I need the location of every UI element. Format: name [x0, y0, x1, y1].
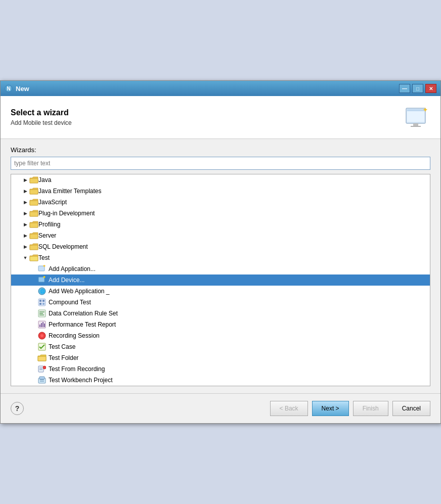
icon-data-correlation — [37, 309, 47, 317]
expand-icon-test: ▼ — [21, 254, 29, 262]
tree-label-profiling: Profiling — [38, 221, 60, 228]
tree-label-test-workbench: Test Workbench Project — [49, 377, 113, 384]
svg-rect-10 — [30, 201, 38, 205]
folder-icon-test — [29, 254, 38, 261]
svg-text:🌐: 🌐 — [40, 289, 45, 294]
svg-rect-15 — [30, 256, 38, 261]
svg-rect-32 — [39, 325, 40, 327]
svg-rect-6 — [411, 126, 421, 127]
expand-icon-server: ▶ — [21, 232, 29, 240]
tree-label-recording-session: Recording Session — [49, 332, 100, 339]
tree-item-compound-test[interactable]: ▶ Compound Test — [11, 297, 430, 308]
svg-rect-33 — [41, 323, 42, 327]
cancel-button[interactable]: Cancel — [392, 401, 430, 416]
svg-rect-25 — [39, 303, 41, 305]
svg-rect-23 — [39, 300, 41, 302]
icon-test-from-recording — [37, 365, 47, 373]
tree-label-test-case: Test Case — [49, 343, 75, 350]
tree-item-server[interactable]: ▶ Server — [11, 230, 430, 241]
help-button[interactable]: ? — [11, 402, 24, 415]
tree-label-javascript: JavaScript — [38, 199, 67, 206]
dialog-title: Select a wizard — [11, 108, 404, 117]
svg-rect-26 — [42, 303, 45, 305]
tree-container: ▶ Java ▶ Java Emitter Templates — [11, 174, 430, 386]
expand-icon-profiling: ▶ — [21, 220, 29, 228]
svg-text:✦: ✦ — [42, 276, 46, 280]
tree-label-add-web-app: Add Web Application _ — [49, 288, 110, 295]
expand-icon-plugin-dev: ▶ — [21, 209, 29, 217]
tree-item-test-case[interactable]: ▶ Test Case — [11, 341, 430, 352]
tree-item-test-from-recording[interactable]: ▶ Test From Recording — [11, 363, 430, 375]
tree-item-recording-session[interactable]: ▶ Recording Session — [11, 330, 430, 341]
svg-rect-45 — [39, 377, 45, 379]
tree-label-java-emitter: Java Emitter Templates — [38, 188, 102, 195]
icon-compound-test — [37, 298, 47, 306]
icon-test-folder — [37, 354, 47, 362]
tree-item-plugin-dev[interactable]: ▶ Plug-in Development — [11, 208, 430, 219]
svg-text:N: N — [7, 86, 10, 91]
wizard-icon: ✦ — [404, 104, 430, 130]
svg-rect-13 — [30, 234, 38, 239]
tree-item-test-workbench[interactable]: ▶ Test Workbench Project — [11, 375, 430, 386]
icon-add-device: ✦ — [37, 276, 47, 284]
header-text: Select a wizard Add Mobile test device — [11, 108, 404, 126]
tree-item-test-folder[interactable]: ▶ Test Folder — [11, 352, 430, 363]
svg-rect-8 — [30, 178, 38, 183]
svg-point-41 — [43, 366, 46, 369]
tree-item-perf-test-report[interactable]: ▶ Performance Test Report — [11, 319, 430, 330]
body: Wizards: ▶ Java ▶ — [1, 139, 440, 393]
header: Select a wizard Add Mobile test device ✦ — [1, 96, 440, 139]
expand-icon-javascript: ▶ — [21, 198, 29, 206]
tree-label-java: Java — [38, 176, 51, 184]
icon-add-application: ✦ — [37, 265, 47, 273]
minimize-button[interactable]: — — [399, 84, 410, 93]
icon-test-workbench — [37, 376, 47, 384]
tree-item-profiling[interactable]: ▶ Profiling — [11, 219, 430, 230]
main-window: N New — □ ✕ Select a wizard Add Mobile t… — [0, 80, 441, 424]
svg-rect-9 — [30, 190, 38, 194]
filter-input[interactable] — [11, 157, 430, 170]
next-button[interactable]: Next > — [312, 401, 349, 416]
svg-rect-11 — [30, 212, 38, 216]
icon-add-web-app: 🌐 — [37, 287, 47, 295]
tree-label-test: Test — [38, 254, 50, 261]
folder-icon-plugin-dev — [29, 210, 38, 217]
tree-item-java[interactable]: ▶ Java — [11, 174, 430, 186]
svg-rect-14 — [30, 245, 38, 250]
tree-label-add-application: Add Application... — [49, 265, 96, 272]
icon-perf-test-report — [37, 320, 47, 329]
back-button[interactable]: < Back — [270, 401, 308, 416]
tree-item-add-web-app[interactable]: ▶ 🌐 Add Web Application _ — [11, 286, 430, 297]
svg-rect-34 — [42, 322, 43, 327]
tree-label-sql-dev: SQL Development — [38, 243, 88, 250]
expand-icon-java: ▶ — [21, 176, 29, 184]
expand-icon-sql-dev: ▶ — [21, 243, 29, 251]
folder-icon-profiling — [29, 221, 38, 228]
tree-item-java-emitter[interactable]: ▶ Java Emitter Templates — [11, 186, 430, 197]
tree-item-test[interactable]: ▼ Test — [11, 252, 430, 263]
folder-icon-sql-dev — [29, 243, 38, 250]
wizards-label: Wizards: — [11, 146, 430, 154]
icon-recording-session — [37, 332, 47, 340]
tree-item-data-correlation[interactable]: ▶ Data Correlation Rule Set — [11, 308, 430, 319]
icon-test-case — [37, 343, 47, 351]
finish-button[interactable]: Finish — [353, 401, 388, 416]
tree-item-add-device[interactable]: ▶ ✦ Add Device... — [11, 274, 430, 286]
window-controls: — □ ✕ — [399, 84, 436, 93]
tree-item-sql-dev[interactable]: ▶ SQL Development — [11, 241, 430, 252]
close-button[interactable]: ✕ — [425, 84, 436, 93]
tree-item-add-application[interactable]: ▶ ✦ Add Application... — [11, 263, 430, 274]
tree-label-add-device: Add Device... — [49, 277, 84, 284]
folder-icon-java — [29, 176, 38, 184]
dialog-subtitle: Add Mobile test device — [11, 119, 404, 126]
svg-point-37 — [40, 334, 43, 337]
svg-rect-4 — [407, 109, 424, 111]
tree-label-test-folder: Test Folder — [49, 354, 78, 361]
tree-label-plugin-dev: Plug-in Development — [38, 210, 95, 217]
maximize-button[interactable]: □ — [412, 84, 423, 93]
tree-list[interactable]: ▶ Java ▶ Java Emitter Templates — [11, 174, 430, 386]
svg-rect-40 — [38, 366, 43, 372]
tree-item-javascript[interactable]: ▶ JavaScript — [11, 197, 430, 208]
footer: ? < Back Next > Finish Cancel — [1, 393, 440, 423]
svg-rect-35 — [44, 324, 45, 327]
